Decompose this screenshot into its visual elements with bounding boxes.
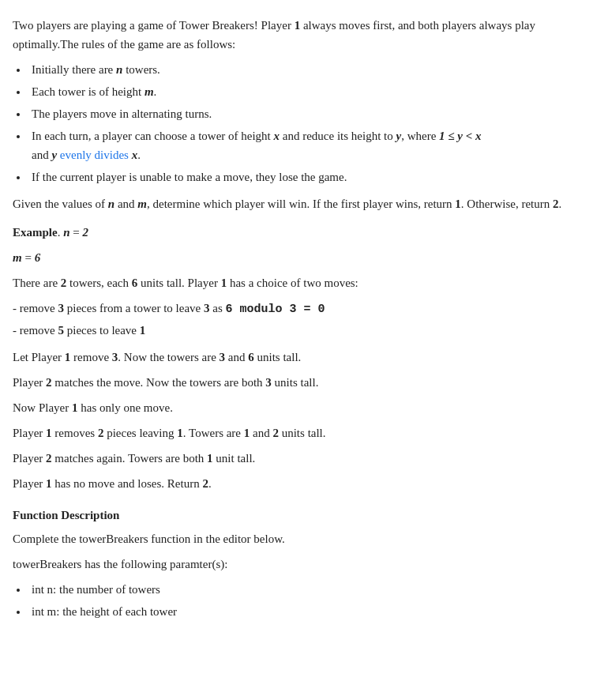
step1-rest: . Now the towers are xyxy=(118,351,219,363)
step3-pre: Now Player xyxy=(13,401,72,414)
step6-rest: has no move and loses. Return xyxy=(52,477,203,490)
rule-towers-text-before: Initially there are xyxy=(32,63,116,76)
step6-pre: Player xyxy=(13,477,46,490)
step2-val: 3 xyxy=(265,376,272,389)
move1-mid: pieces from a tower to leave xyxy=(64,302,204,314)
step3-rest: has only one move. xyxy=(78,401,173,414)
step4-rest2: . Towers are xyxy=(183,427,244,439)
example-label-line: Example. n = 2 xyxy=(13,223,595,242)
example-m-val: 6 xyxy=(35,251,41,264)
intro-text-1: Two players are playing a game of Tower … xyxy=(13,19,291,32)
example-desc-text4: has a choice of two moves: xyxy=(227,277,358,289)
example-equals: = xyxy=(70,226,83,239)
step-2: Player 2 matches the move. Now the tower… xyxy=(13,373,595,392)
step-3: Now Player 1 has only one move. xyxy=(13,398,595,417)
rule-move-text2: and reduce its height to xyxy=(280,130,396,142)
rule-move-text1: In each turn, a player can choose a towe… xyxy=(32,130,274,142)
step4-val2: 1 xyxy=(177,427,183,439)
example-m-line: m = 6 xyxy=(13,248,595,267)
player-1-bold: 1 xyxy=(295,19,301,32)
given-math-n: n xyxy=(108,198,114,210)
given-math-m: m xyxy=(137,198,147,210)
rule-height: Each tower is of height m. xyxy=(28,82,595,101)
given-otherwise: . Otherwise, return xyxy=(461,198,553,210)
rule-towers: Initially there are n towers. xyxy=(28,60,595,79)
example-math-n: n xyxy=(63,226,69,239)
step4-t2: 2 xyxy=(272,427,279,439)
given-val2: 2 xyxy=(553,198,559,210)
function-desc-title: Function Description xyxy=(13,506,595,525)
move2-pre: - remove xyxy=(13,324,58,337)
move1-pre: - remove xyxy=(13,302,58,314)
rule-move-text3: , where xyxy=(401,130,439,142)
param-m: int m: the height of each tower xyxy=(28,602,595,621)
rule-move-and: and xyxy=(32,149,51,161)
example-desc-text2: towers, each xyxy=(66,277,131,289)
step4-pre: Player xyxy=(13,427,46,439)
example-m-equals: = xyxy=(22,251,35,264)
given-text1: Given the values of xyxy=(13,198,108,210)
step5-val: 1 xyxy=(207,452,213,465)
math-m: m xyxy=(144,85,154,98)
intro-paragraph: Two players are playing a game of Tower … xyxy=(13,16,595,54)
step1-t1: 3 xyxy=(220,351,226,363)
function-desc-text1: Complete the towerBreakers function in t… xyxy=(13,529,595,548)
math-ineq: 1 ≤ y < x xyxy=(439,130,481,142)
function-params-list: int n: the number of towers int m: the h… xyxy=(28,580,595,621)
step1-t2: 6 xyxy=(248,351,254,363)
example-desc-text3: units tall. Player xyxy=(137,277,220,289)
given-text2: , determine which player will win. If th… xyxy=(147,198,455,210)
function-desc-text2: towerBreakers has the following paramter… xyxy=(13,555,595,574)
move-1: - remove 3 pieces from a tower to leave … xyxy=(13,299,595,319)
example-label: Example xyxy=(13,226,58,239)
step4-rest: pieces leaving xyxy=(103,427,177,439)
step-5: Player 2 matches again. Towers are both … xyxy=(13,449,595,468)
rule-towers-text-after: towers. xyxy=(122,63,160,76)
given-paragraph: Given the values of n and m, determine w… xyxy=(13,194,595,213)
step2-rest: matches the move. Now the towers are bot… xyxy=(52,376,266,389)
step2-player: 2 xyxy=(46,376,52,389)
step-1: Let Player 1 remove 3. Now the towers ar… xyxy=(13,348,595,367)
step5-pre: Player xyxy=(13,452,46,465)
step4-removes: removes xyxy=(52,427,98,439)
move1-val2: 3 xyxy=(204,302,210,314)
step3-player: 1 xyxy=(72,401,78,414)
math-x: x xyxy=(274,130,280,142)
given-and: and xyxy=(114,198,137,210)
move2-val2: 1 xyxy=(140,324,146,337)
evenly-divides-text: evenly divides xyxy=(60,149,129,161)
rule-height-text-before: Each tower is of height xyxy=(32,85,144,98)
move2-mid: pieces to leave xyxy=(64,324,140,337)
step4-end: units tall. xyxy=(279,427,326,439)
move1-as: as xyxy=(210,302,226,314)
step5-end: unit tall. xyxy=(213,452,256,465)
rule-turns: The players move in alternating turns. xyxy=(28,104,595,123)
rule-lose: If the current player is unable to make … xyxy=(28,167,595,186)
move1-code: 6 modulo 3 = 0 xyxy=(226,303,325,316)
step1-pre: Let Player xyxy=(13,351,65,363)
param-n: int n: the number of towers xyxy=(28,580,595,599)
rule-turns-text: The players move in alternating turns. xyxy=(32,107,212,120)
given-end: . xyxy=(559,198,562,210)
step-4: Player 1 removes 2 pieces leaving 1. Tow… xyxy=(13,423,595,442)
example-n-val: 2 xyxy=(82,226,88,239)
step6-end: . xyxy=(208,477,212,490)
rule-move-period: . xyxy=(137,149,141,161)
move2-val: 5 xyxy=(58,324,64,337)
step4-and: and xyxy=(250,427,272,439)
rule-height-text-after: . xyxy=(154,85,157,98)
example-math-m: m xyxy=(13,251,22,264)
step1-and: and xyxy=(225,351,248,363)
rules-list: Initially there are n towers. Each tower… xyxy=(28,60,595,186)
step5-player: 2 xyxy=(46,452,52,465)
step6-player: 1 xyxy=(46,477,52,490)
move-2: - remove 5 pieces to leave 1 xyxy=(13,321,595,340)
step4-player: 1 xyxy=(46,427,52,439)
step1-remove: remove xyxy=(70,351,111,363)
example-desc: There are 2 towers, each 6 units tall. P… xyxy=(13,273,595,292)
step6-val: 2 xyxy=(202,477,208,490)
step5-rest: matches again. Towers are both xyxy=(52,452,208,465)
step-6: Player 1 has no move and loses. Return 2… xyxy=(13,474,595,493)
step1-end: units tall. xyxy=(254,351,302,363)
step2-end: units tall. xyxy=(272,376,319,389)
